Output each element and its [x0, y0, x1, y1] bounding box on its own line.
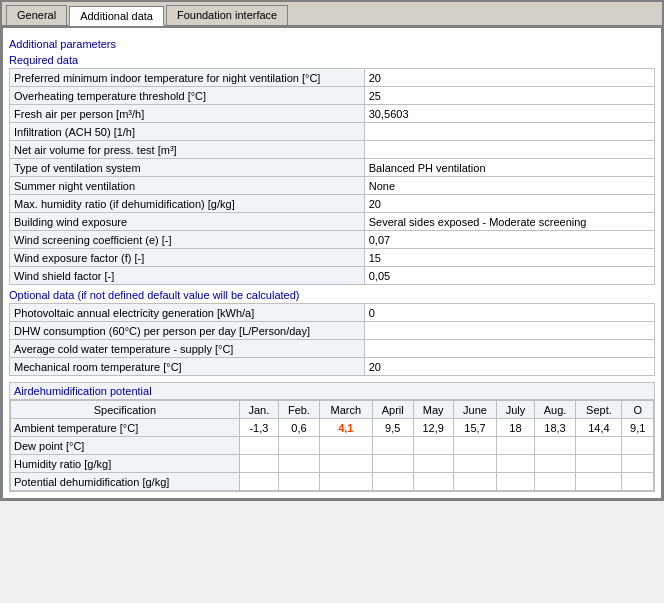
tab-bar: General Additional data Foundation inter… [2, 2, 662, 27]
airde-cell[interactable] [497, 473, 534, 491]
optional-data-table: Photovoltaic annual electricity generati… [9, 303, 655, 376]
table-row: Net air volume for press. test [m³] [10, 141, 655, 159]
table-row: Building wind exposureSeveral sides expo… [10, 213, 655, 231]
airde-cell[interactable]: 18 [497, 419, 534, 437]
airde-cell[interactable] [576, 455, 622, 473]
param-value[interactable]: 20 [364, 69, 654, 87]
airde-cell[interactable] [278, 455, 319, 473]
airde-row-label: Potential dehumidification [g/kg] [11, 473, 240, 491]
airde-cell[interactable] [497, 437, 534, 455]
param-label: Photovoltaic annual electricity generati… [10, 304, 365, 322]
airde-data-row: Humidity ratio [g/kg] [11, 455, 654, 473]
month-header: Jan. [239, 401, 278, 419]
airde-cell[interactable] [453, 455, 496, 473]
airde-cell[interactable] [319, 473, 372, 491]
airde-cell[interactable]: 18,3 [534, 419, 576, 437]
param-label: Wind shield factor [-] [10, 267, 365, 285]
airde-cell[interactable] [278, 437, 319, 455]
table-row: Photovoltaic annual electricity generati… [10, 304, 655, 322]
airde-data-row: Dew point [°C] [11, 437, 654, 455]
airde-cell[interactable]: 14,4 [576, 419, 622, 437]
table-row: Overheating temperature threshold [°C]25 [10, 87, 655, 105]
airde-cell[interactable] [239, 455, 278, 473]
airde-cell[interactable] [413, 437, 453, 455]
param-value[interactable]: 25 [364, 87, 654, 105]
airde-cell[interactable] [319, 455, 372, 473]
table-row: Fresh air per person [m³/h]30,5603 [10, 105, 655, 123]
param-value[interactable]: Several sides exposed - Moderate screeni… [364, 213, 654, 231]
airde-cell[interactable] [534, 473, 576, 491]
param-label: Net air volume for press. test [m³] [10, 141, 365, 159]
table-row: Summer night ventilationNone [10, 177, 655, 195]
airde-cell[interactable]: 12,9 [413, 419, 453, 437]
param-label: Average cold water temperature - supply … [10, 340, 365, 358]
param-value[interactable] [364, 340, 654, 358]
airde-cell[interactable] [413, 455, 453, 473]
airde-section: Airdehumidification potential Specificat… [9, 382, 655, 492]
airde-cell[interactable] [319, 437, 372, 455]
airde-cell[interactable]: 0,6 [278, 419, 319, 437]
table-row: Max. humidity ratio (if dehumidification… [10, 195, 655, 213]
month-header: Feb. [278, 401, 319, 419]
param-value[interactable]: 0,05 [364, 267, 654, 285]
spec-header: Specification [11, 401, 240, 419]
airde-cell[interactable] [413, 473, 453, 491]
param-label: Infiltration (ACH 50) [1/h] [10, 123, 365, 141]
param-value[interactable]: 20 [364, 195, 654, 213]
table-row: Mechanical room temperature [°C]20 [10, 358, 655, 376]
param-value[interactable]: None [364, 177, 654, 195]
airde-cell[interactable]: 4,1 [319, 419, 372, 437]
airde-cell[interactable] [453, 437, 496, 455]
param-value[interactable]: 0 [364, 304, 654, 322]
airde-cell[interactable]: 9,5 [372, 419, 413, 437]
airde-cell[interactable] [534, 455, 576, 473]
airde-cell[interactable] [372, 455, 413, 473]
table-row: Wind exposure factor (f) [-]15 [10, 249, 655, 267]
airde-cell[interactable] [497, 455, 534, 473]
month-header: July [497, 401, 534, 419]
airde-cell[interactable] [622, 473, 654, 491]
airde-cell[interactable] [278, 473, 319, 491]
airde-cell[interactable] [453, 473, 496, 491]
airde-cell[interactable] [372, 473, 413, 491]
param-value[interactable] [364, 141, 654, 159]
param-value[interactable]: 15 [364, 249, 654, 267]
param-value[interactable]: 0,07 [364, 231, 654, 249]
airde-cell[interactable]: 9,1 [622, 419, 654, 437]
param-label: DHW consumption (60°C) per person per da… [10, 322, 365, 340]
airde-cell[interactable] [576, 437, 622, 455]
airde-cell[interactable] [239, 473, 278, 491]
airde-cell[interactable] [622, 437, 654, 455]
required-data-table: Preferred minimum indoor temperature for… [9, 68, 655, 285]
required-data-title: Required data [9, 54, 655, 66]
table-row: Average cold water temperature - supply … [10, 340, 655, 358]
airde-cell[interactable]: 15,7 [453, 419, 496, 437]
tab-general[interactable]: General [6, 5, 67, 25]
tab-foundation-interface[interactable]: Foundation interface [166, 5, 288, 25]
month-header: Sept. [576, 401, 622, 419]
airde-cell[interactable]: -1,3 [239, 419, 278, 437]
param-label: Building wind exposure [10, 213, 365, 231]
airde-data-row: Potential dehumidification [g/kg] [11, 473, 654, 491]
main-window: General Additional data Foundation inter… [0, 0, 664, 501]
param-label: Mechanical room temperature [°C] [10, 358, 365, 376]
param-value[interactable]: 30,5603 [364, 105, 654, 123]
table-row: DHW consumption (60°C) per person per da… [10, 322, 655, 340]
airde-row-label: Humidity ratio [g/kg] [11, 455, 240, 473]
optional-data-title: Optional data (if not defined default va… [9, 289, 655, 301]
param-value[interactable] [364, 322, 654, 340]
table-row: Wind screening coefficient (e) [-]0,07 [10, 231, 655, 249]
param-value[interactable]: Balanced PH ventilation [364, 159, 654, 177]
table-row: Wind shield factor [-]0,05 [10, 267, 655, 285]
airde-cell[interactable] [622, 455, 654, 473]
param-value[interactable]: 20 [364, 358, 654, 376]
airde-cell[interactable] [576, 473, 622, 491]
tab-additional-data[interactable]: Additional data [69, 6, 164, 26]
airde-cell[interactable] [534, 437, 576, 455]
table-row: Preferred minimum indoor temperature for… [10, 69, 655, 87]
param-value[interactable] [364, 123, 654, 141]
month-header: O [622, 401, 654, 419]
param-label: Wind screening coefficient (e) [-] [10, 231, 365, 249]
airde-cell[interactable] [372, 437, 413, 455]
airde-cell[interactable] [239, 437, 278, 455]
